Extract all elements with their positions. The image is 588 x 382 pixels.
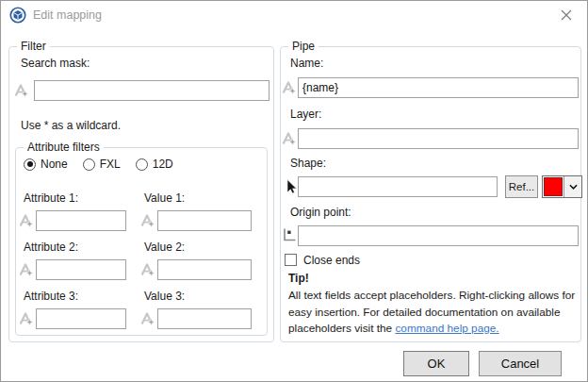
close-icon[interactable] <box>545 1 587 29</box>
color-swatch[interactable] <box>543 176 564 197</box>
attribute-filter-radio-row: None FXL 12D <box>24 158 183 171</box>
edit-mapping-dialog: Edit mapping Filter Search mask: Use * a… <box>0 0 588 382</box>
radio-12d-label: 12D <box>153 158 173 171</box>
placeholder-icon <box>139 310 156 327</box>
placeholder-icon <box>18 212 35 229</box>
radio-fxl-label: FXL <box>100 158 121 171</box>
pipe-layer-input[interactable] <box>298 128 579 149</box>
title-bar: Edit mapping <box>1 1 587 29</box>
attribute-3-label: Attribute 3: <box>24 290 78 303</box>
attribute-1-label: Attribute 1: <box>24 191 78 205</box>
placeholder-icon <box>139 212 156 229</box>
layer-label: Layer: <box>290 108 321 121</box>
chevron-down-icon[interactable] <box>564 176 581 197</box>
attribute-filters-group: Attribute filters None FXL 12D Attribute… <box>15 147 268 336</box>
placeholder-icon <box>281 130 298 147</box>
placeholder-icon <box>13 82 30 99</box>
shape-label: Shape: <box>290 157 326 170</box>
attribute-filters-legend: Attribute filters <box>24 140 104 155</box>
placeholder-icon <box>139 261 156 278</box>
radio-fxl-circle[interactable] <box>83 158 95 171</box>
radio-12d-circle[interactable] <box>136 158 148 171</box>
pipe-shape-input[interactable] <box>298 176 498 197</box>
value-1-input[interactable] <box>157 210 252 231</box>
close-ends-label: Close ends <box>303 254 360 267</box>
value-2-label: Value 2: <box>144 241 185 254</box>
attribute-2-label: Attribute 2: <box>24 241 78 254</box>
shape-ref-button[interactable]: Ref... <box>505 175 538 198</box>
value-3-input[interactable] <box>157 308 252 329</box>
origin-point-icon <box>281 226 298 243</box>
value-3-label: Value 3: <box>144 290 185 303</box>
attribute-3-input[interactable] <box>36 308 126 329</box>
ok-button[interactable]: OK <box>403 351 469 376</box>
placeholder-icon <box>281 79 298 96</box>
attribute-1-input[interactable] <box>36 210 126 231</box>
filter-group-legend: Filter <box>17 39 50 54</box>
tip-text: All text fields accept placeholders. Rig… <box>288 288 577 338</box>
command-help-link[interactable]: command help page. <box>395 322 498 335</box>
value-2-input[interactable] <box>157 259 252 280</box>
radio-none[interactable]: None <box>24 158 68 171</box>
app-logo-icon <box>9 7 26 24</box>
pipe-group: Pipe Name: Layer: Shape: Ref... Origin p… <box>280 46 581 342</box>
tip-title: Tip! <box>288 272 309 285</box>
pipe-group-legend: Pipe <box>288 39 318 54</box>
radio-none-circle[interactable] <box>24 158 36 171</box>
origin-point-label: Origin point: <box>290 206 351 219</box>
window-title: Edit mapping <box>33 8 102 22</box>
name-label: Name: <box>290 57 323 70</box>
cancel-button[interactable]: Cancel <box>479 351 562 376</box>
close-ends-checkbox[interactable] <box>285 254 297 266</box>
attribute-2-input[interactable] <box>36 259 126 280</box>
radio-none-label: None <box>41 158 68 171</box>
filter-group: Filter Search mask: Use * as a wildcard.… <box>8 46 274 342</box>
origin-point-input[interactable] <box>298 225 579 246</box>
radio-12d[interactable]: 12D <box>136 158 173 171</box>
placeholder-icon <box>18 310 35 327</box>
search-mask-input[interactable] <box>34 80 270 101</box>
search-mask-label: Search mask: <box>21 57 90 70</box>
pipe-name-input[interactable] <box>298 77 579 98</box>
value-1-label: Value 1: <box>144 191 185 205</box>
radio-fxl[interactable]: FXL <box>83 158 121 171</box>
wildcard-hint: Use * as a wildcard. <box>21 119 121 132</box>
placeholder-icon <box>18 261 35 278</box>
shape-color-dropdown[interactable] <box>542 175 582 198</box>
